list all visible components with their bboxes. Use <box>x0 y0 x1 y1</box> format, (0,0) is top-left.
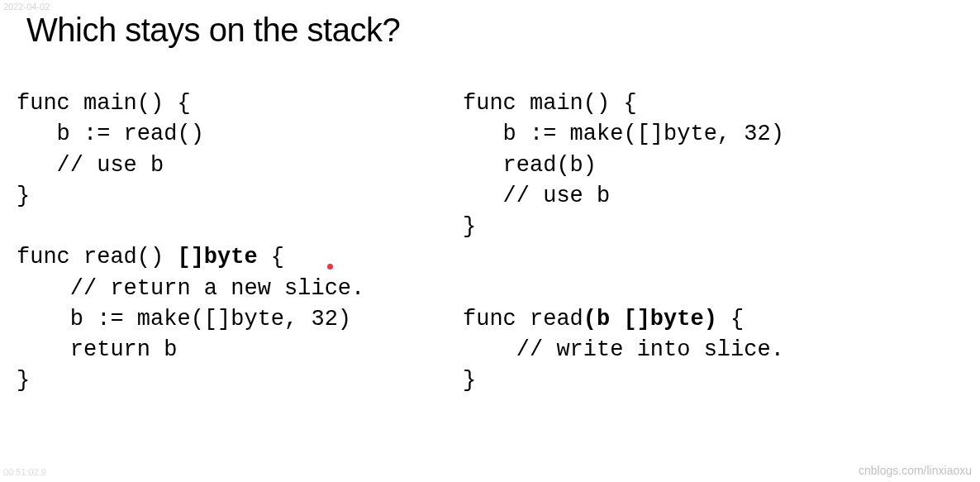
code-open-brace: { <box>258 245 284 270</box>
code-line: b := read() <box>17 122 204 146</box>
laser-pointer-dot <box>327 264 333 270</box>
code-line: func read() <box>17 245 177 270</box>
code-line: } <box>17 184 30 208</box>
slide-title: Which stays on the stack? <box>26 12 980 49</box>
watermark-top-left: 2022-04-02 <box>3 2 50 12</box>
code-block-left: func main() { b := read() // use b } fun… <box>17 88 446 397</box>
code-line: // write into slice. <box>463 337 784 362</box>
code-line: read(b) <box>463 153 597 178</box>
code-line: func read <box>463 307 583 332</box>
code-return-type: []byte <box>177 245 257 270</box>
code-line: // use b <box>463 184 610 208</box>
code-line: // use b <box>17 153 164 178</box>
code-line: func main() { <box>17 91 191 116</box>
code-column-left: func main() { b := read() // use b } fun… <box>17 88 446 397</box>
code-line: } <box>463 368 476 393</box>
code-block-right: func main() { b := make([]byte, 32) read… <box>463 88 975 397</box>
code-columns: func main() { b := read() // use b } fun… <box>0 88 980 397</box>
code-open-brace: { <box>717 307 744 332</box>
code-line: } <box>463 214 476 239</box>
watermark-bottom-left: 00:51:02.9 <box>3 467 46 477</box>
code-line: // return a new slice. <box>17 276 364 301</box>
code-column-right: func main() { b := make([]byte, 32) read… <box>463 88 975 397</box>
code-param: (b []byte) <box>583 307 717 332</box>
code-line: b := make([]byte, 32) <box>463 122 784 146</box>
code-line: func main() { <box>463 91 637 116</box>
code-line: b := make([]byte, 32) <box>17 307 351 332</box>
code-line: } <box>17 368 30 393</box>
watermark-bottom-right: cnblogs.com/linxiaoxu <box>859 464 972 477</box>
code-line: return b <box>17 337 177 362</box>
